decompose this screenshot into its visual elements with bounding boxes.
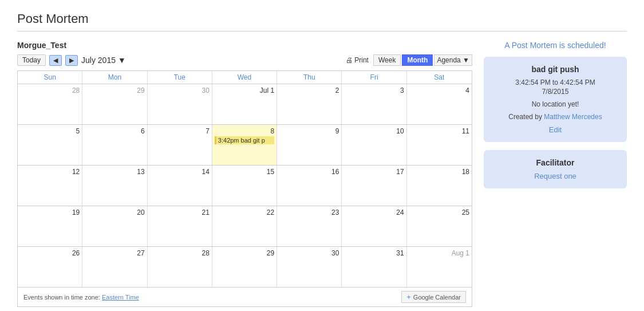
- cal-cell[interactable]: 24: [342, 206, 406, 246]
- cal-cell[interactable]: 3: [342, 84, 406, 124]
- left-arrow-icon: ◀: [53, 57, 58, 64]
- day-number: 24: [344, 208, 404, 216]
- google-calendar-button[interactable]: + Google Calendar: [401, 291, 466, 303]
- agenda-view-button[interactable]: Agenda ▼: [434, 54, 472, 66]
- cal-cell[interactable]: 27: [82, 247, 147, 287]
- month-view-button[interactable]: Month: [402, 54, 433, 66]
- day-number: 29: [85, 86, 144, 95]
- cal-cell[interactable]: 14: [148, 166, 212, 206]
- day-number: 19: [20, 208, 80, 216]
- cal-cell[interactable]: 28: [148, 247, 212, 287]
- event-card-creator: Created by Matthew Mercedes: [493, 113, 618, 121]
- print-button[interactable]: 🖨 Print: [346, 56, 369, 64]
- today-button[interactable]: Today: [17, 54, 46, 66]
- cal-cell[interactable]: 28: [18, 84, 82, 124]
- cal-cell[interactable]: 21: [148, 206, 212, 246]
- main-content: Morgue_Test Today ◀ ▶ July 2015 ▼ 🖨 Prin…: [17, 41, 627, 307]
- cal-cell[interactable]: 6: [82, 125, 147, 165]
- cal-cell[interactable]: Aug 1: [407, 247, 472, 287]
- header-tue: Tue: [148, 71, 212, 84]
- cal-cell[interactable]: 22: [212, 206, 277, 246]
- day-number: 3: [344, 86, 404, 95]
- cal-cell[interactable]: Jul 1: [212, 84, 277, 124]
- day-number: 11: [409, 127, 469, 135]
- week-view-button[interactable]: Week: [373, 54, 401, 66]
- agenda-label: Agenda: [437, 56, 460, 64]
- cal-cell[interactable]: 15: [212, 166, 277, 206]
- timezone-label: Events shown in time zone: Eastern Time: [23, 294, 139, 301]
- day-number: 30: [279, 249, 339, 257]
- day-number: 9: [279, 127, 339, 135]
- cal-cell[interactable]: 29: [212, 247, 277, 287]
- cal-cell[interactable]: 10: [342, 125, 406, 165]
- facilitator-title: Facilitator: [493, 158, 618, 167]
- day-number: 29: [215, 249, 274, 257]
- timezone-link[interactable]: Eastern Time: [102, 294, 139, 301]
- calendar-toolbar: Today ◀ ▶ July 2015 ▼ 🖨 Print Week: [17, 54, 472, 66]
- day-number: 25: [409, 208, 469, 216]
- facilitator-link: Request one: [493, 172, 618, 180]
- cal-cell[interactable]: 26: [18, 247, 82, 287]
- cal-cell[interactable]: 2: [277, 84, 342, 124]
- day-number: 4: [409, 86, 469, 95]
- day-number: 23: [279, 208, 339, 216]
- facilitator-card: Facilitator Request one: [484, 150, 627, 188]
- cal-cell[interactable]: 83:42pm bad git p: [212, 125, 277, 165]
- google-cal-icon: +: [406, 293, 411, 301]
- calendar-weeks: 282930Jul 123456783:42pm bad git p910111…: [18, 84, 472, 287]
- day-number: 28: [20, 86, 80, 95]
- calendar-header: Sun Mon Tue Wed Thu Fri Sat: [18, 71, 472, 84]
- cal-cell[interactable]: 30: [148, 84, 212, 124]
- cal-cell[interactable]: 29: [82, 84, 147, 124]
- day-number: 28: [150, 249, 210, 257]
- calendar-week-2: 12131415161718: [18, 166, 472, 206]
- calendar-week-4: 262728293031Aug 1: [18, 247, 472, 287]
- day-number: 16: [279, 168, 339, 176]
- cal-cell[interactable]: 5: [18, 125, 82, 165]
- header-fri: Fri: [342, 71, 406, 84]
- edit-link[interactable]: Edit: [549, 125, 562, 134]
- cal-cell[interactable]: 13: [82, 166, 147, 206]
- page-container: Post Mortem Morgue_Test Today ◀ ▶ July 2…: [0, 0, 644, 311]
- day-number: 21: [150, 208, 210, 216]
- month-year-label[interactable]: July 2015 ▼: [81, 56, 126, 65]
- cal-cell[interactable]: 16: [277, 166, 342, 206]
- day-number: 13: [85, 168, 144, 176]
- calendar-week-3: 19202122232425: [18, 206, 472, 247]
- day-number: 2: [279, 86, 339, 95]
- event-card-title: bad git push: [493, 65, 618, 74]
- request-one-link[interactable]: Request one: [534, 172, 576, 180]
- cal-cell[interactable]: 7: [148, 125, 212, 165]
- day-number: 10: [344, 127, 404, 135]
- cal-cell[interactable]: 12: [18, 166, 82, 206]
- header-thu: Thu: [277, 71, 342, 84]
- cal-cell[interactable]: 23: [277, 206, 342, 246]
- day-number: 30: [150, 86, 210, 95]
- event-card: bad git push 3:42:54 PM to 4:42:54 PM 7/…: [484, 57, 627, 142]
- cal-cell[interactable]: 20: [82, 206, 147, 246]
- day-number: 31: [344, 249, 404, 257]
- calendar-main: Morgue_Test Today ◀ ▶ July 2015 ▼ 🖨 Prin…: [17, 41, 472, 307]
- day-number: 8: [215, 127, 274, 135]
- prev-button[interactable]: ◀: [49, 55, 62, 66]
- cal-cell[interactable]: 25: [407, 206, 472, 246]
- agenda-dropdown-arrow-icon: ▼: [463, 56, 469, 64]
- cal-cell[interactable]: 11: [407, 125, 472, 165]
- cal-cell[interactable]: 9: [277, 125, 342, 165]
- next-button[interactable]: ▶: [65, 55, 78, 66]
- calendar-grid: Sun Mon Tue Wed Thu Fri Sat 282930Jul 12…: [17, 70, 472, 288]
- cal-cell[interactable]: 18: [407, 166, 472, 206]
- creator-label: Created by: [508, 113, 542, 121]
- day-number: 17: [344, 168, 404, 176]
- cal-cell[interactable]: 17: [342, 166, 406, 206]
- cal-cell[interactable]: 30: [277, 247, 342, 287]
- cal-cell[interactable]: 4: [407, 84, 472, 124]
- cal-cell[interactable]: 31: [342, 247, 406, 287]
- day-number: 5: [20, 127, 80, 135]
- cal-cell[interactable]: 19: [18, 206, 82, 246]
- right-arrow-icon: ▶: [69, 57, 74, 64]
- calendar-event[interactable]: 3:42pm bad git p: [215, 136, 274, 144]
- creator-link[interactable]: Matthew Mercedes: [544, 113, 602, 121]
- event-card-time: 3:42:54 PM to 4:42:54 PM: [493, 78, 618, 86]
- event-card-edit: Edit: [493, 125, 618, 134]
